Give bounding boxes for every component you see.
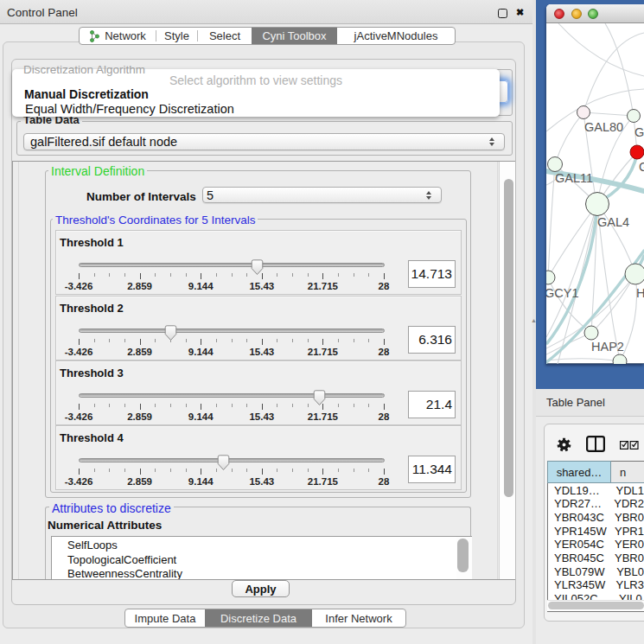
svg-text:H: H	[636, 286, 644, 300]
svg-text:GAL4: GAL4	[597, 215, 629, 229]
svg-text:GCY1: GCY1	[546, 286, 579, 300]
svg-text:GAL80: GAL80	[584, 120, 623, 134]
svg-text:G…: G…	[634, 125, 644, 139]
svg-text:G: G	[639, 160, 644, 174]
svg-text:HAP2: HAP2	[591, 340, 624, 354]
svg-text:GAL11: GAL11	[555, 171, 593, 185]
